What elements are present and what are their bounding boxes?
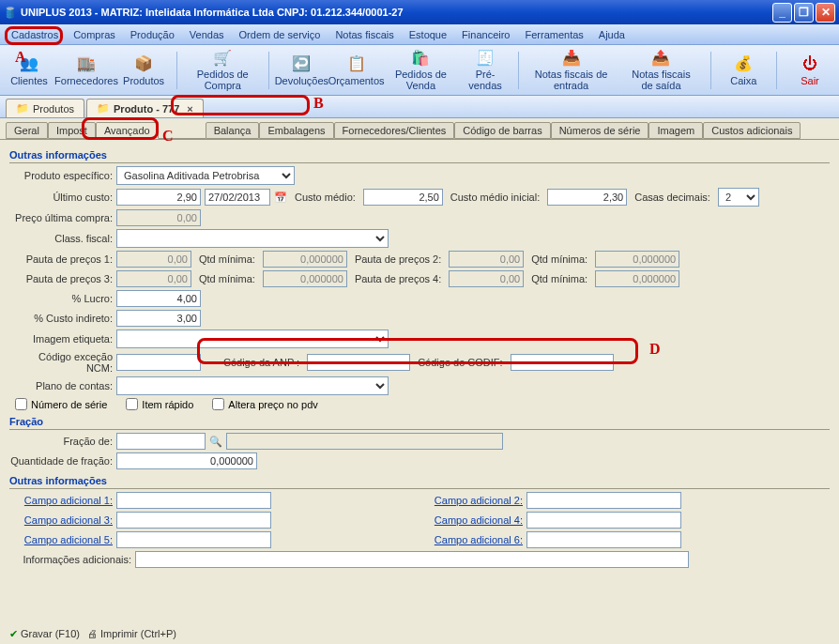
menu-producao[interactable]: Produção [123,26,182,43]
form-body: Outras informações Produto específico: G… [0,139,839,623]
label-pauta3: Pauta de preços 3: [9,273,113,284]
link-campo-ad4[interactable]: Campo adicional 4: [420,514,523,526]
cash-icon: 💰 [734,54,753,73]
tab-fornecedores-clientes[interactable]: Fornecedores/Clientes [334,122,455,139]
menu-financeiro[interactable]: Financeiro [454,26,517,43]
tab-imagem[interactable]: Imagem [648,122,703,139]
menu-ajuda[interactable]: Ajuda [591,26,633,43]
minimize-button[interactable]: _ [772,3,792,23]
link-campo-ad5[interactable]: Campo adicional 5: [9,534,113,545]
label-custo-medio-inicial: Custo médio inicial: [447,192,543,203]
checkbox-numero-serie[interactable]: Número de série [15,398,107,410]
calendar-icon[interactable]: 📅 [274,192,287,204]
menu-cadastros[interactable]: Cadastros [4,26,66,43]
tab-codigo-barras[interactable]: Código de barras [454,122,550,139]
label-qtd-min4: Qtd mínima: [527,273,591,284]
tab-impost[interactable]: Impost [48,122,96,139]
custo-medio-inicial-input[interactable] [547,189,627,206]
plano-contas-select[interactable] [116,376,389,395]
produto-especifico-select[interactable]: Gasolina Aditivada Petrobrisa [116,166,295,185]
close-tab-icon[interactable]: × [187,103,192,115]
pauta3-input [116,270,191,287]
tab-embalagens[interactable]: Embalagens [259,122,333,139]
window-title: UNIPLUS 2013 - MATRIZ: Intelidata Inform… [17,7,772,18]
pct-lucro-input[interactable] [116,290,201,307]
return-icon: ↩️ [292,54,311,73]
label-pauta1: Pauta de preços 1: [9,253,113,265]
imprimir-button[interactable]: 🖨Imprimir (Ctrl+P) [87,628,176,639]
campo-ad3-input[interactable] [116,512,271,529]
toolbar: 👥Clientes 🏬Fornecedores 📦Produtos 🛒Pedid… [0,45,839,96]
toolbar-sair[interactable]: ⏻Sair [785,48,835,93]
toolbar-nf-entrada[interactable]: 📥Notas fiscais de entrada [526,48,617,93]
label-qtd-min3: Qtd mínima: [195,273,259,284]
toolbar-devolucoes[interactable]: ↩️Devoluções [276,48,327,93]
link-campo-ad6[interactable]: Campo adicional 6: [420,534,523,545]
codigo-codif-input[interactable] [511,354,614,371]
menu-compras[interactable]: Compras [66,26,123,43]
tab-numeros-serie[interactable]: Números de série [551,122,649,139]
tab-custos-adicionais[interactable]: Custos adicionais [703,122,801,139]
toolbar-nf-saida[interactable]: 📤Notas fiscais de saída [619,48,702,93]
menu-vendas[interactable]: Vendas [182,26,232,43]
toolbar-pedidos-compra[interactable]: 🛒Pedidos de Compra [185,48,261,93]
toolbar-caixa[interactable]: 💰Caixa [718,48,769,93]
preco-ultima-compra-input [116,209,201,226]
maximize-button[interactable]: ❐ [794,3,814,23]
link-campo-ad2[interactable]: Campo adicional 2: [420,495,523,506]
toolbar-pre-vendas[interactable]: 🧾Pré-vendas [460,48,511,93]
campo-ad1-input[interactable] [116,492,271,509]
gravar-button[interactable]: ✔Gravar (F10) [9,628,80,640]
ultimo-custo-input[interactable] [116,189,201,206]
window-titlebar: 🛢️ UNIPLUS 2013 - MATRIZ: Intelidata Inf… [0,0,839,24]
search-icon[interactable]: 🔍 [209,436,222,448]
doctab-produto-777[interactable]: 📁 Produto - 777 × [86,99,204,117]
label-ultimo-custo: Último custo: [9,192,113,203]
toolbar-produtos[interactable]: 📦Produtos [118,48,169,93]
toolbar-fornecedores[interactable]: 🏬Fornecedores [58,48,114,93]
label-pct-lucro: % Lucro: [9,293,113,304]
quantidade-fracao-input[interactable] [116,452,257,469]
codigo-anp-input[interactable] [307,354,410,371]
tab-avancado[interactable]: Avançado [96,122,159,139]
supplier-icon: 🏬 [77,54,96,73]
label-plano-contas: Plano de contas: [9,380,113,391]
tab-balanca[interactable]: Balança [206,122,260,139]
menu-notas-fiscais[interactable]: Notas fiscais [328,26,401,43]
qtd-min3-input [263,270,347,287]
link-campo-ad3[interactable]: Campo adicional 3: [9,514,113,526]
class-fiscal-select[interactable] [116,229,389,248]
fracao-de-input[interactable] [116,433,206,450]
custo-medio-input[interactable] [363,189,443,206]
label-codigo-excecao-ncm: Código exceção NCM: [9,351,113,374]
close-button[interactable]: ✕ [816,3,835,23]
link-campo-ad1[interactable]: Campo adicional 1: [9,495,113,506]
folder-icon: 📁 [97,102,110,115]
toolbar-pedidos-venda[interactable]: 🛍️Pedidos de Venda [386,48,456,93]
qtd-min1-input [263,251,347,268]
casas-decimais-select[interactable]: 2 [718,188,759,207]
menu-ferramentas[interactable]: Ferramentas [517,26,590,43]
checkbox-altera-preco[interactable]: Altera preço no pdv [212,398,317,410]
fracao-de-desc-input [226,433,503,450]
campo-ad5-input[interactable] [116,531,271,548]
menu-bar: Cadastros Compras Produção Vendas Ordem … [0,24,839,45]
doctab-produtos[interactable]: 📁 Produtos [6,99,84,117]
ultimo-custo-data-input[interactable] [205,189,270,206]
imagem-etiqueta-select[interactable] [116,330,389,348]
label-casas-decimais: Casas decimais: [631,192,714,203]
campo-ad2-input[interactable] [526,492,681,509]
menu-ordem-servico[interactable]: Ordem de serviço [232,26,328,43]
campo-ad4-input[interactable] [526,512,681,529]
tab-geral[interactable]: Geral [6,122,48,139]
checkbox-item-rapido[interactable]: Item rápido [126,398,193,410]
menu-estoque[interactable]: Estoque [402,26,454,43]
info-adicionais-input[interactable] [135,551,689,568]
power-icon: ⏻ [801,54,819,73]
cart-in-icon: 🛒 [213,49,232,67]
toolbar-clientes[interactable]: 👥Clientes [4,48,54,93]
campo-ad6-input[interactable] [526,531,681,548]
pct-custo-indireto-input[interactable] [116,310,201,327]
toolbar-orcamentos[interactable]: 📋Orçamentos [330,48,381,93]
codigo-excecao-ncm-input[interactable] [116,354,201,371]
